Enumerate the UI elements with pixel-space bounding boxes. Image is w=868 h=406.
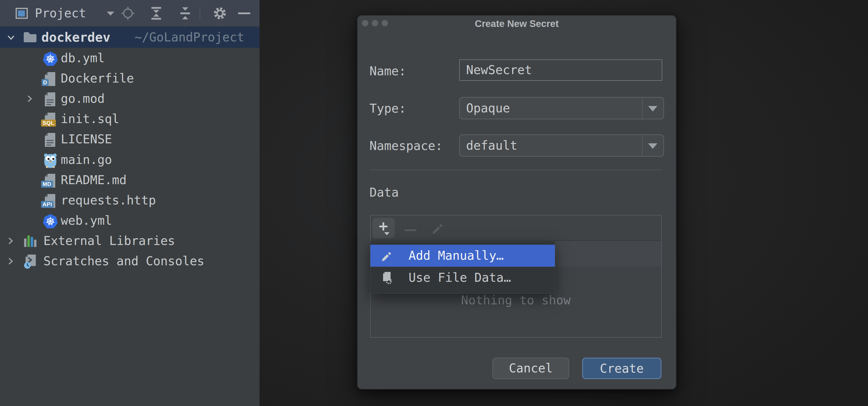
project-tool-window: Project [0,0,259,406]
name-label: Name: [370,64,406,79]
gopher-icon [43,153,58,167]
tree-item-external-libraries[interactable]: External Libraries [0,231,259,251]
cancel-button[interactable]: Cancel [492,358,569,379]
expand-all-icon[interactable] [149,0,164,26]
tree-item-db-yml[interactable]: db.yml [0,48,259,68]
tree-item-label: go.mod [61,89,105,109]
remove-button[interactable] [404,227,417,233]
dockerfile-icon: D [43,71,58,86]
tree-item-label: LICENSE [61,129,112,149]
tree-item-label: db.yml [61,48,105,68]
collapse-all-icon[interactable] [178,0,193,26]
api-badge: API [41,201,54,208]
md-badge: MD [41,181,53,187]
http-file-icon: API [43,194,58,208]
tree-item-init-sql[interactable]: SQL init.sql [0,109,259,129]
settings-gear-icon[interactable] [212,0,228,26]
chevron-collapsed-icon[interactable] [5,256,16,266]
tree-item-scratches-consoles[interactable]: Scratches and Consoles [0,251,259,271]
data-section-label: Data [370,185,399,200]
tree-item-license[interactable]: LICENSE [0,129,259,149]
tree-item-readme-md[interactable]: MD README.md [0,170,259,190]
root-folder-path: ~/GoLandProject [134,27,244,48]
chevron-collapsed-icon[interactable] [24,93,35,104]
sql-file-icon: SQL [43,112,58,126]
dropdown-separator [642,135,643,156]
empty-table-text: Nothing to show [371,293,661,307]
locate-file-icon[interactable] [120,0,136,26]
tree-item-root-dockerdev[interactable]: dockerdev ~/GoLandProject [0,27,259,48]
tree-item-label: Dockerfile [61,68,134,89]
docker-badge: D [42,79,49,86]
dropdown-separator [642,97,643,119]
kubernetes-icon [43,51,57,66]
tree-item-go-mod[interactable]: go.mod [0,89,259,109]
folder-icon [23,30,37,45]
edit-button[interactable] [431,221,445,236]
tree-item-label: requests.http [61,190,156,210]
tree-item-label: init.sql [61,109,119,129]
project-tool-icon [15,0,28,26]
data-toolbar [371,215,661,241]
libraries-icon [23,234,38,249]
toolbar-divider [199,7,200,20]
add-button[interactable] [372,218,395,238]
hide-panel-icon[interactable] [237,0,251,26]
file-icon [43,92,58,106]
file-icon [43,132,58,147]
kubernetes-icon [43,214,57,228]
dropdown-arrow-icon [648,106,657,112]
markdown-file-icon: MD [43,173,58,187]
pencil-icon [381,249,394,262]
chevron-collapsed-icon[interactable] [5,236,16,246]
sql-badge: SQL [41,120,56,126]
tree-item-label: README.md [61,170,127,190]
tree-item-main-go[interactable]: main.go [0,150,259,170]
tree-item-web-yml[interactable]: web.yml [0,210,259,231]
menu-item-label: Add Manually… [408,245,504,267]
tree-item-label: Scratches and Consoles [43,251,204,271]
type-label: Type: [370,102,406,116]
scratches-icon [23,254,38,268]
tree-item-dockerfile[interactable]: D Dockerfile [0,68,259,89]
namespace-label: Namespace: [370,139,443,153]
name-input[interactable]: NewSecret [459,59,662,81]
dialog-title: Create New Secret [358,16,676,32]
section-separator [370,170,662,170]
namespace-dropdown-value: default [466,135,517,156]
create-button[interactable]: Create [582,358,661,379]
add-popup-menu: Add Manually… Use File Data… [370,241,555,294]
menu-item-add-manually[interactable]: Add Manually… [370,245,555,267]
chevron-expanded-icon[interactable] [6,32,16,42]
namespace-dropdown[interactable]: default [459,134,664,157]
create-new-secret-dialog: Create New Secret Name: NewSecret Type: … [357,15,677,389]
project-toolbar-title[interactable]: Project [32,0,89,26]
type-dropdown[interactable]: Opaque [459,97,664,119]
menu-item-label: Use File Data… [408,267,511,289]
menu-item-use-file-data[interactable]: Use File Data… [370,267,555,289]
project-toolbar: Project [0,0,259,27]
dropdown-arrow-icon [648,143,657,149]
file-gear-icon [381,271,394,284]
chevron-down-icon[interactable] [104,0,117,26]
tree-item-requests-http[interactable]: API requests.http [0,190,259,210]
tree-item-label: External Libraries [43,231,175,251]
tree-item-label: main.go [61,150,112,170]
type-dropdown-value: Opaque [466,97,510,119]
tree-item-label: web.yml [61,210,112,231]
root-folder-name: dockerdev [41,27,110,48]
